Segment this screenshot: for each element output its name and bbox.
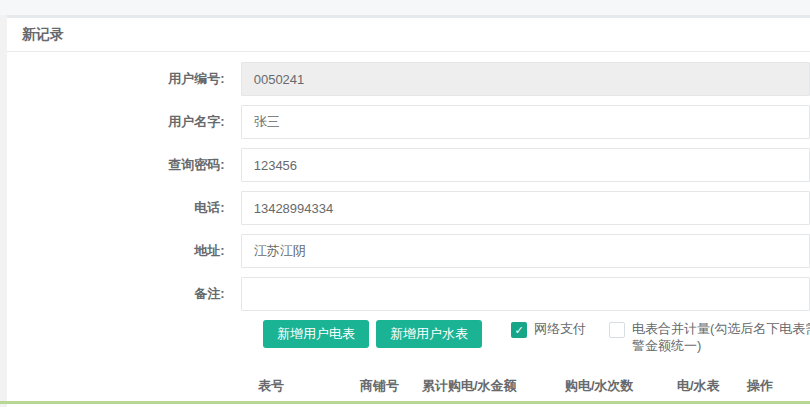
remarks-field[interactable]	[241, 277, 810, 311]
phone-field[interactable]	[241, 191, 810, 225]
check-icon: ✓	[514, 324, 523, 336]
network-payment-checkbox-group: ✓ 网络支付	[511, 320, 586, 338]
add-electric-meter-button[interactable]: 新增用户电表	[263, 320, 369, 348]
form-row-remarks: 备注:	[7, 277, 810, 311]
address-label: 地址:	[7, 242, 225, 260]
user-name-field[interactable]	[241, 105, 810, 139]
add-water-meter-button[interactable]: 新增用户水表	[376, 320, 482, 348]
page: 新记录 用户编号: 用户名字: 查询密码: 电话: 地址:	[0, 0, 810, 407]
form-row-user-name: 用户名字:	[7, 105, 810, 139]
meter-merge-checkbox[interactable]	[609, 322, 625, 338]
page-left-gutter	[0, 15, 7, 407]
panel-title: 新记录	[7, 18, 810, 52]
network-payment-label: 网络支付	[534, 320, 586, 337]
column-header-shop-no: 商铺号	[360, 377, 422, 395]
phone-label: 电话:	[7, 199, 225, 217]
user-name-label: 用户名字:	[7, 113, 225, 131]
bottom-divider-line	[0, 401, 810, 404]
user-id-field	[241, 62, 810, 96]
action-row: 新增用户电表 新增用户水表 ✓ 网络支付 电表合并计量(勾选后名下电表需将报警金…	[263, 320, 810, 364]
query-password-label: 查询密码:	[7, 156, 225, 174]
meter-merge-checkbox-group: 电表合并计量(勾选后名下电表需将报警金额统一)	[609, 320, 810, 354]
column-header-meter-type: 电/水表	[677, 377, 747, 395]
meter-table: 表号 商铺号 累计购电/水金额 购电/水次数 电/水表 操作	[255, 377, 810, 401]
column-header-meter-no: 表号	[258, 377, 360, 395]
network-payment-checkbox[interactable]: ✓	[511, 322, 527, 338]
form-row-phone: 电话:	[7, 191, 810, 225]
page-background-strip	[0, 0, 810, 15]
form-row-user-id: 用户编号:	[7, 62, 810, 96]
form-row-query-password: 查询密码:	[7, 148, 810, 182]
address-field[interactable]	[241, 234, 810, 268]
new-record-form: 用户编号: 用户名字: 查询密码: 电话: 地址: 备注:	[7, 52, 810, 401]
query-password-field[interactable]	[241, 148, 810, 182]
new-record-panel: 新记录 用户编号: 用户名字: 查询密码: 电话: 地址:	[7, 15, 810, 401]
form-row-address: 地址:	[7, 234, 810, 268]
user-id-label: 用户编号:	[7, 70, 225, 88]
column-header-total-purchase-amount: 累计购电/水金额	[422, 377, 565, 395]
meter-merge-label: 电表合并计量(勾选后名下电表需将报警金额统一)	[632, 320, 810, 354]
meter-table-header-row: 表号 商铺号 累计购电/水金额 购电/水次数 电/水表 操作	[255, 377, 810, 401]
column-header-purchase-count: 购电/水次数	[565, 377, 677, 395]
remarks-label: 备注:	[7, 285, 225, 303]
column-header-actions: 操作	[747, 377, 810, 395]
